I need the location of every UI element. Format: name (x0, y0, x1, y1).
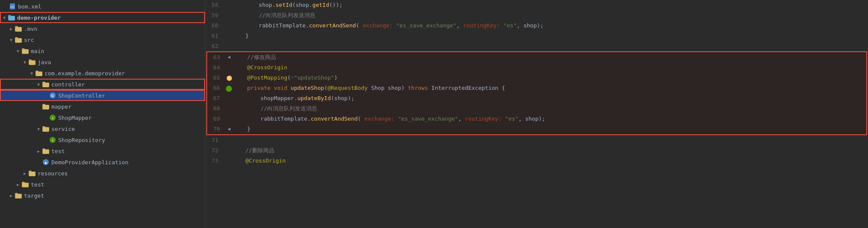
gutter-58 (223, 0, 232, 10)
gutter-66: ⬤ (224, 83, 234, 93)
tree-item-java[interactable]: ▼ java (0, 56, 205, 68)
folder-icon-mvn (15, 25, 22, 33)
tree-item-service[interactable]: ▼ service (0, 123, 205, 134)
tree-item-test-top[interactable]: ▶ test (0, 179, 205, 190)
code-line-67: 67 shopMapper.updateById(shop); (207, 93, 866, 104)
code-line-66: 66 ⬤ private void updateShop(@RequestBod… (207, 83, 866, 93)
arrow-closed-test: ▶ (35, 148, 42, 154)
tree-item-mapper[interactable]: mapper (0, 101, 205, 112)
highlight-region: 63 ◀ //修改商品 64 @CrossOrigin 65 (206, 51, 867, 135)
svg-rect-8 (43, 83, 49, 87)
interface2-icon: I (49, 136, 56, 144)
line-number-58: 58 (205, 0, 223, 10)
package-icon (35, 69, 43, 77)
breakpoint-icon-66: ⬤ (226, 83, 232, 93)
code-text-68: //向消息队列发送消息 (234, 104, 866, 114)
svg-rect-4 (15, 38, 21, 42)
tree-label-package: com.example.demoprovider (45, 70, 125, 77)
tree-item-resources[interactable]: ▶ resources (0, 168, 205, 179)
arrow-open-icon: ▼ (1, 14, 8, 21)
line-number-73: 73 (205, 156, 223, 166)
gutter-icon-70: ◀ (228, 124, 231, 134)
tree-item-shopcontroller[interactable]: C ShopController (0, 90, 205, 101)
folder-icon-java (28, 58, 36, 66)
tree-label-main: main (31, 48, 44, 54)
line-number-63: 63 (207, 52, 224, 62)
tree-item-mvn[interactable]: ▶ .mvn (0, 23, 205, 34)
debug-icon-65: ⬤ (226, 73, 232, 83)
gutter-69 (224, 114, 234, 124)
main-class-icon: ▶ (42, 158, 50, 166)
code-editor: 58 shop.setId(shop.getId()); 59 //向消息队列发… (205, 0, 868, 228)
line-number-59: 59 (205, 10, 223, 21)
gutter-70: ◀ (224, 124, 234, 134)
tree-item-shoprepository[interactable]: I ShopRepository (0, 134, 205, 145)
line-number-69: 69 (207, 114, 224, 124)
folder-icon-test-top (21, 181, 29, 188)
tree-item-controller[interactable]: ▼ controller (0, 79, 205, 90)
svg-rect-20 (29, 172, 35, 176)
folder-icon-service (42, 125, 50, 133)
tree-label-resources: resources (38, 170, 68, 177)
code-text-65: @PostMapping(☞"updateShop") (234, 73, 866, 83)
gutter-59 (223, 10, 232, 21)
arrow-open-package: ▼ (28, 70, 35, 77)
code-text-64: @CrossOrigin (234, 62, 866, 73)
tree-item-shopmapper[interactable]: I ShopMapper (0, 112, 205, 123)
folder-icon-target (15, 192, 22, 199)
gutter-73 (223, 156, 232, 166)
gutter-67 (224, 93, 234, 104)
arrow-open-src: ▼ (8, 36, 15, 43)
tree-label-mapper: mapper (51, 104, 71, 110)
line-number-71: 71 (205, 135, 223, 145)
code-line-65: 65 ⬤ @PostMapping(☞"updateShop") (207, 73, 866, 83)
tree-label-demoproviderapp: DemoProviderApplication (51, 159, 128, 166)
folder-icon-resources (28, 169, 36, 177)
tree-item-package[interactable]: ▼ com.example.demoprovider (0, 68, 205, 79)
code-line-70: 70 ◀ } (207, 124, 866, 134)
tree-label-mvn: .mvn (24, 26, 37, 32)
code-text-59: //向消息队列发送消息 (232, 10, 868, 21)
svg-text:xml: xml (10, 5, 15, 8)
line-number-65: 65 (207, 73, 224, 83)
tree-item-main[interactable]: ▼ main (0, 45, 205, 56)
folder-icon-controller (42, 80, 50, 88)
gutter-71 (223, 135, 232, 145)
module-folder-icon (8, 14, 15, 21)
svg-rect-22 (15, 194, 21, 198)
code-text-70: } (234, 124, 866, 134)
arrow-closed-target: ▶ (8, 192, 15, 199)
code-line-72: 72 //删除商品 (205, 145, 868, 156)
code-line-58: 58 shop.setId(shop.getId()); (205, 0, 868, 10)
code-content: 58 shop.setId(shop.getId()); 59 //向消息队列发… (205, 0, 868, 228)
tree-label-demo-provider: demo-provider (17, 15, 61, 21)
code-line-61: 61 } (205, 31, 868, 41)
svg-rect-3 (15, 27, 21, 31)
line-number-62: 62 (205, 41, 223, 51)
code-line-64: 64 @CrossOrigin (207, 62, 866, 73)
tree-item-target[interactable]: ▶ target (0, 190, 205, 201)
tree-label-target: target (24, 192, 44, 199)
code-line-73: 73 @CrossOrigin (205, 156, 868, 166)
svg-text:C: C (51, 94, 54, 98)
tree-item-bom-xml[interactable]: xml bom.xml (0, 1, 205, 12)
code-text-67: shopMapper.updateById(shop); (234, 93, 866, 104)
svg-rect-11 (43, 105, 49, 109)
tree-label-test-inner: test (51, 148, 65, 154)
gutter-61 (223, 31, 232, 41)
code-wrapper: 58 shop.setId(shop.getId()); 59 //向消息队列发… (205, 0, 868, 228)
line-number-68: 68 (207, 104, 224, 114)
svg-rect-5 (22, 50, 28, 53)
code-text-61: } (232, 31, 868, 41)
gutter-68 (224, 104, 234, 114)
svg-rect-6 (29, 61, 35, 65)
code-line-68: 68 //向消息队列发送消息 (207, 104, 866, 114)
code-line-69: 69 rabbitTemplate.convertAndSend( exchan… (207, 114, 866, 124)
tree-item-src[interactable]: ▼ src (0, 34, 205, 45)
tree-item-demoproviderapp[interactable]: ▶ DemoProviderApplication (0, 157, 205, 168)
code-text-60: rabbitTemplate.convertAndSend( exchange:… (232, 21, 868, 31)
svg-rect-17 (43, 150, 49, 154)
tree-item-demo-provider[interactable]: ▼ demo-provider (0, 12, 205, 23)
line-number-66: 66 (207, 83, 224, 93)
tree-item-test-inner[interactable]: ▶ test (0, 145, 205, 157)
